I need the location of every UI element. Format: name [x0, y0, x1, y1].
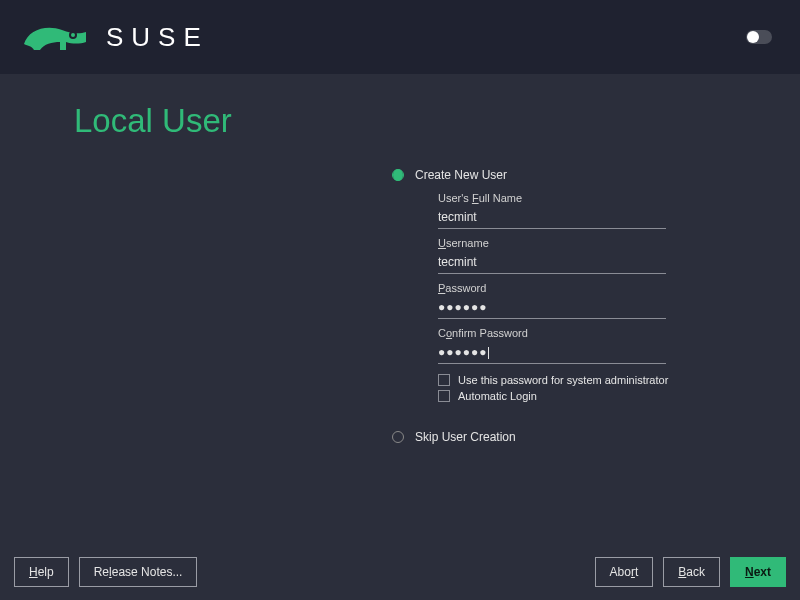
- release-notes-button[interactable]: Release Notes...: [79, 557, 198, 587]
- radio-label: Skip User Creation: [415, 430, 516, 444]
- confirm-password-label: Confirm Password: [438, 327, 666, 339]
- user-form: Create New User User's Full Name Usernam…: [392, 168, 692, 454]
- radio-skip-user-creation[interactable]: Skip User Creation: [392, 430, 692, 444]
- radio-icon: [392, 169, 404, 181]
- next-button[interactable]: Next: [730, 557, 786, 587]
- help-button[interactable]: Help: [14, 557, 69, 587]
- theme-toggle[interactable]: [746, 30, 772, 44]
- radio-create-new-user[interactable]: Create New User: [392, 168, 692, 182]
- full-name-input[interactable]: [438, 204, 666, 229]
- abort-button[interactable]: Abort: [595, 557, 654, 587]
- svg-point-1: [71, 33, 75, 37]
- password-input[interactable]: ●●●●●●: [438, 294, 666, 319]
- checkbox-use-for-admin[interactable]: Use this password for system administrat…: [438, 374, 692, 386]
- checkbox-label: Automatic Login: [458, 390, 537, 402]
- username-input[interactable]: [438, 249, 666, 274]
- checkbox-icon: [438, 390, 450, 402]
- header-bar: SUSE: [0, 0, 800, 74]
- checkbox-automatic-login[interactable]: Automatic Login: [438, 390, 692, 402]
- full-name-label: User's Full Name: [438, 192, 666, 204]
- radio-icon: [392, 431, 404, 443]
- radio-label: Create New User: [415, 168, 507, 182]
- back-button[interactable]: Back: [663, 557, 720, 587]
- checkbox-label: Use this password for system administrat…: [458, 374, 668, 386]
- confirm-password-input[interactable]: ●●●●●●: [438, 339, 666, 364]
- brand-word: SUSE: [106, 22, 209, 53]
- checkbox-icon: [438, 374, 450, 386]
- brand-logo: SUSE: [22, 20, 209, 54]
- options-group: Use this password for system administrat…: [438, 374, 692, 402]
- password-label: Password: [438, 282, 666, 294]
- create-user-fields: User's Full Name Username Password ●●●●●…: [438, 192, 666, 364]
- page-title: Local User: [74, 102, 800, 140]
- footer-bar: Help Release Notes... Abort Back Next: [0, 544, 800, 600]
- username-label: Username: [438, 237, 666, 249]
- sun-icon: [747, 31, 759, 43]
- chameleon-icon: [22, 20, 92, 54]
